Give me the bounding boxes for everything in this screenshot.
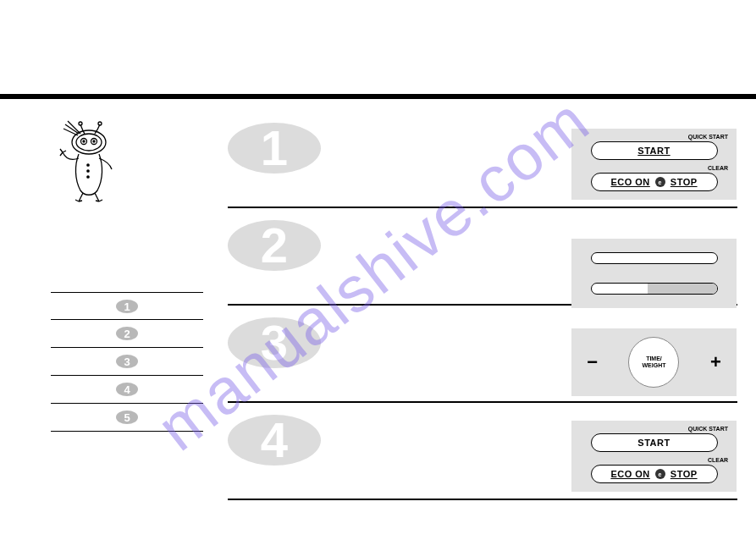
step-oval-4: 4 bbox=[228, 415, 342, 469]
svg-text:4: 4 bbox=[261, 415, 288, 466]
svg-point-11 bbox=[87, 164, 89, 166]
list-row: 3 bbox=[51, 348, 203, 376]
svg-point-12 bbox=[87, 170, 89, 172]
svg-text:2: 2 bbox=[261, 220, 288, 271]
oval-num-3: 3 bbox=[116, 355, 138, 368]
eco-icon: e bbox=[655, 469, 665, 479]
svg-text:4: 4 bbox=[124, 383, 130, 396]
step-oval-2: 2 bbox=[228, 220, 342, 274]
oval-num-1: 1 bbox=[116, 300, 138, 313]
start-button[interactable]: START bbox=[591, 433, 718, 452]
step-divider bbox=[228, 401, 737, 403]
svg-point-13 bbox=[87, 176, 89, 178]
stop-label: STOP bbox=[670, 177, 698, 187]
control-panel-3: − TIME/ WEIGHT + bbox=[571, 328, 737, 396]
svg-text:3: 3 bbox=[261, 317, 288, 368]
start-button[interactable]: START bbox=[591, 141, 718, 160]
oval-num-5: 5 bbox=[116, 411, 138, 424]
mascot-icon bbox=[51, 118, 119, 203]
progress-bar-1 bbox=[591, 252, 718, 264]
svg-text:5: 5 bbox=[124, 411, 130, 424]
clear-label: CLEAR bbox=[571, 163, 737, 173]
list-row: 2 bbox=[51, 320, 203, 348]
eco-label: ECO ON bbox=[610, 177, 649, 187]
progress-fill bbox=[648, 284, 716, 294]
svg-point-6 bbox=[76, 134, 102, 151]
list-row: 4 bbox=[51, 376, 203, 404]
control-panel-1: QUICK START START CLEAR ECO ON e STOP bbox=[571, 129, 737, 200]
eco-stop-button[interactable]: ECO ON e STOP bbox=[591, 173, 718, 191]
eco-icon: e bbox=[655, 177, 665, 187]
quick-start-label: QUICK START bbox=[571, 132, 737, 141]
step-divider bbox=[228, 207, 737, 208]
oval-num-2: 2 bbox=[116, 327, 138, 340]
eco-stop-button[interactable]: ECO ON e STOP bbox=[591, 465, 718, 483]
quick-start-label: QUICK START bbox=[571, 424, 737, 433]
minus-button[interactable]: − bbox=[587, 351, 598, 373]
step-oval-1: 1 bbox=[228, 123, 342, 177]
step-divider bbox=[228, 499, 737, 500]
control-panel-2 bbox=[571, 239, 737, 308]
svg-text:1: 1 bbox=[261, 123, 288, 174]
header-divider bbox=[0, 94, 756, 99]
svg-text:2: 2 bbox=[124, 328, 130, 340]
list-row: 5 bbox=[51, 404, 203, 432]
time-weight-dial[interactable]: TIME/ WEIGHT bbox=[628, 337, 679, 388]
eco-label: ECO ON bbox=[610, 469, 649, 479]
svg-point-9 bbox=[83, 141, 85, 142]
dial-label-1: TIME/ bbox=[646, 355, 662, 362]
oval-num-4: 4 bbox=[116, 383, 138, 396]
step-oval-3: 3 bbox=[228, 317, 342, 372]
svg-text:3: 3 bbox=[124, 355, 130, 368]
control-panel-4: QUICK START START CLEAR ECO ON e STOP bbox=[571, 421, 737, 492]
progress-bar-2 bbox=[591, 283, 718, 295]
clear-label: CLEAR bbox=[571, 455, 737, 465]
left-step-list: 1 2 3 4 5 bbox=[51, 292, 203, 432]
dial-label-2: WEIGHT bbox=[642, 362, 665, 369]
stop-label: STOP bbox=[670, 469, 698, 479]
list-row: 1 bbox=[51, 292, 203, 320]
svg-point-10 bbox=[93, 141, 95, 142]
svg-text:1: 1 bbox=[124, 300, 130, 313]
watermark: manualshive.com bbox=[143, 83, 603, 465]
plus-button[interactable]: + bbox=[710, 351, 721, 373]
